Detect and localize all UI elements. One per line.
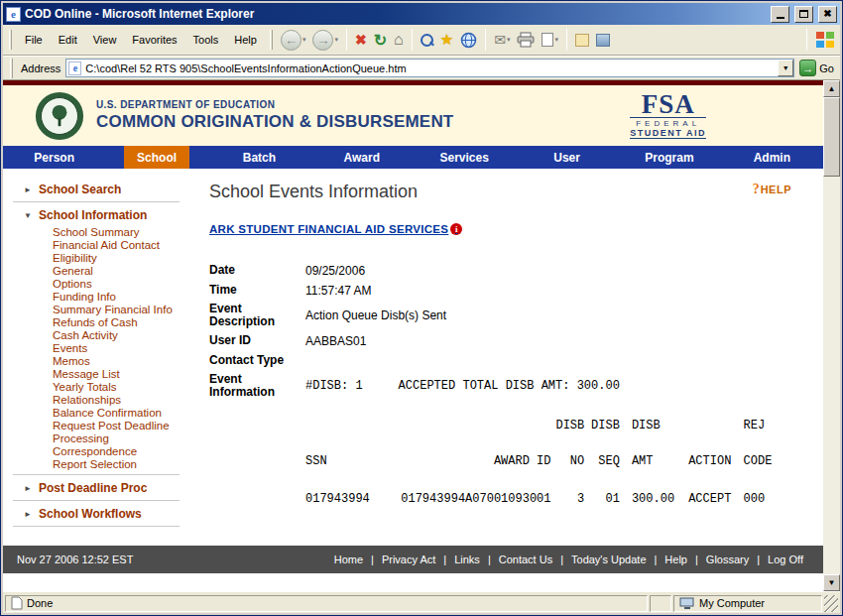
scrollbar-track[interactable] [823,97,840,574]
sidebar-link[interactable]: Events [3,342,201,355]
sidebar-school-information-links: School SummaryFinancial Aid ContactEligi… [3,225,201,472]
address-dropdown-button[interactable]: ▼ [778,60,793,76]
forward-dropdown-icon[interactable]: ▾ [334,36,338,44]
sidebar-link[interactable]: Financial Aid Contact [3,239,201,252]
home-button[interactable]: ⌂ [391,30,407,50]
footer-link[interactable]: Privacy Act [382,554,454,565]
toolbar-grip[interactable] [10,59,13,78]
refresh-button[interactable]: ↻ [371,30,390,51]
nav-tab[interactable]: Person [3,146,105,169]
table-cell: 3 [551,492,585,506]
discuss-button[interactable] [572,33,592,48]
footer-link[interactable]: Links [454,554,499,565]
sidebar-link[interactable]: Message List [3,368,201,381]
sidebar-link[interactable]: Options [3,278,201,291]
back-button[interactable]: ← ▾ [278,29,309,52]
sidebar-link[interactable]: General [3,265,201,278]
table-header-cell: AWARD ID [398,454,551,492]
sidebar-link[interactable]: Memos [3,355,201,368]
menu-item[interactable]: File [17,31,51,49]
print-button[interactable] [514,31,538,49]
footer-link[interactable]: Log Off [768,554,803,565]
minimize-button[interactable] [771,6,789,23]
footer-link[interactable]: Help [664,554,705,565]
sidebar-section-label: Post Deadline Proc [39,481,147,495]
sidebar-link[interactable]: Correspondence [3,445,201,458]
home-icon: ⌂ [394,31,404,49]
menu-item[interactable]: Help [226,31,265,49]
menu-item[interactable]: Edit [51,31,85,49]
footer-link[interactable]: Glossary [706,554,768,565]
favorites-button[interactable]: ★ [437,30,456,50]
sidebar-link[interactable]: Refunds of Cash [3,316,201,329]
sidebar-section-school-search[interactable]: ► School Search [3,179,201,199]
nav-tab[interactable]: School [105,146,207,169]
nav-tab[interactable]: Services [414,146,516,169]
help-link[interactable]: ? HELP [753,182,791,197]
search-icon [421,34,433,47]
resize-grip[interactable] [824,595,838,612]
toolbar-grip[interactable] [9,30,12,50]
vertical-scrollbar[interactable]: ▲ ▼ [823,80,840,591]
address-input[interactable]: e C:\cod\Rel 52 RTS 905\SchoolEventsInfo… [65,59,794,77]
nav-tab[interactable]: Batch [208,146,310,169]
field-row: Event Information #DISB: 1 ACCEPTED TOTA… [209,373,805,399]
footer-links: HomePrivacy ActLinksContact UsToday's Up… [334,554,803,565]
stop-button[interactable]: ✖ [352,31,370,49]
back-dropdown-icon[interactable]: ▾ [302,36,306,44]
department-name: U.S. DEPARTMENT OF EDUCATION [96,99,453,110]
messenger-button[interactable] [593,33,613,48]
menu-item[interactable]: View [85,31,125,49]
menu-item[interactable]: Tools [185,31,227,49]
table-header-cell: DISB [551,419,585,454]
mail-button[interactable]: ✉ ▾ [491,31,513,49]
nav-tab[interactable]: Award [310,146,413,169]
sidebar-link[interactable]: Cash Activity [3,329,201,342]
scrollbar-thumb[interactable] [823,97,840,177]
address-value[interactable]: C:\cod\Rel 52 RTS 905\SchoolEventsInform… [81,62,778,74]
sidebar-link[interactable]: Summary Financial Info [3,304,201,316]
scroll-up-button[interactable]: ▲ [823,80,840,97]
footer-link[interactable]: Contact Us [499,554,571,565]
footer-link[interactable]: Home [334,554,382,565]
close-button[interactable]: ✖ [818,6,837,23]
go-button[interactable]: → Go [799,60,836,76]
nav-tab[interactable]: Program [618,146,720,169]
sidebar-divider [13,500,180,501]
footer-link[interactable]: Today's Update [571,554,664,565]
sidebar-section-post-deadline-proc[interactable]: ► Post Deadline Proc [3,477,201,498]
field-value: #DISB: 1 ACCEPTED TOTAL DISB AMT: 300.00 [305,379,620,393]
field-row: User ID AABBAS01 [209,333,805,348]
education-seal-logo [35,91,84,141]
edit-button[interactable]: ▾ [539,32,561,48]
sidebar-link[interactable]: Funding Info [3,291,201,304]
mail-dropdown-icon[interactable]: ▾ [507,36,511,44]
sidebar-link[interactable]: Relationships [3,394,201,407]
sidebar-link[interactable]: Eligibility [3,252,201,265]
search-button[interactable] [418,33,436,48]
history-button[interactable] [457,31,480,50]
scroll-down-button[interactable]: ▼ [823,574,840,591]
sidebar-link[interactable]: Report Selection [3,458,201,471]
forward-button[interactable]: → ▾ [309,29,341,52]
sidebar-link[interactable]: Request Post Deadline [3,420,201,432]
table-cell: 000 [744,492,805,506]
edit-dropdown-icon[interactable]: ▾ [554,36,558,44]
close-icon: ✖ [823,9,831,19]
sidebar-section-school-workflows[interactable]: ► School Workflows [3,503,201,524]
menu-item[interactable]: Favorites [124,31,184,49]
sidebar-link[interactable]: School Summary [3,226,201,239]
sidebar-link[interactable]: Balance Confirmation [3,407,201,420]
minimize-icon [777,17,784,19]
school-name-link[interactable]: ARK STUDENT FINANCIAL AID SERVICES i [209,223,462,235]
fsa-logo: FSA FEDERAL STUDENT AID [630,92,706,139]
sidebar-section-school-information[interactable]: ▼ School Information [3,204,201,225]
toolbar-grip[interactable] [270,30,273,50]
sidebar-link[interactable]: Yearly Totals [3,381,201,394]
app-icon: e [6,7,21,22]
nav-tab[interactable]: User [516,146,618,169]
nav-tab[interactable]: Admin [721,146,823,169]
maximize-button[interactable] [794,6,813,23]
sidebar-link[interactable]: Processing [3,432,201,445]
info-icon[interactable]: i [450,223,462,235]
